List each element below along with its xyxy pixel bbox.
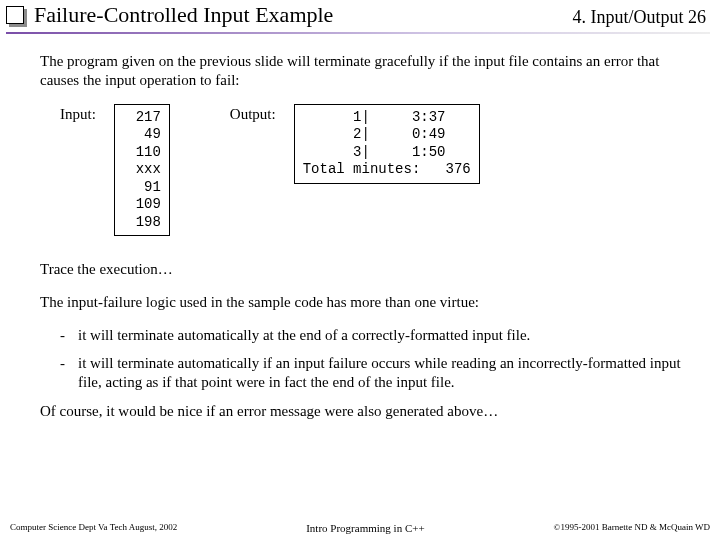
slide-footer: Computer Science Dept Va Tech August, 20… [0, 522, 720, 536]
header-bullet-icon [6, 6, 24, 24]
closing-text: Of course, it would be nice if an error … [40, 402, 700, 421]
output-box: 1| 3:37 2| 0:49 3| 1:50 Total minutes: 3… [294, 104, 480, 184]
footer-left: Computer Science Dept Va Tech August, 20… [10, 522, 177, 534]
section-page: 4. Input/Output 26 [573, 7, 711, 28]
slide-body: The program given on the previous slide … [0, 34, 720, 421]
trace-text: Trace the execution… [40, 260, 700, 279]
virtue-intro: The input-failure logic used in the samp… [40, 293, 700, 312]
input-label: Input: [60, 104, 96, 123]
intro-text: The program given on the previous slide … [40, 52, 700, 90]
virtue-list: it will terminate automatically at the e… [40, 326, 700, 392]
footer-center: Intro Programming in C++ [306, 522, 424, 534]
io-row: Input: 217 49 110 xxx 91 109 198 Output:… [60, 104, 700, 237]
footer-right: ©1995-2001 Barnette ND & McQuain WD [554, 522, 710, 534]
slide-title: Failure-Controlled Input Example [34, 2, 573, 28]
list-item: it will terminate automatically if an in… [60, 354, 700, 392]
output-label: Output: [230, 104, 276, 123]
input-box: 217 49 110 xxx 91 109 198 [114, 104, 170, 237]
slide-header: Failure-Controlled Input Example 4. Inpu… [0, 0, 720, 30]
list-item: it will terminate automatically at the e… [60, 326, 700, 345]
